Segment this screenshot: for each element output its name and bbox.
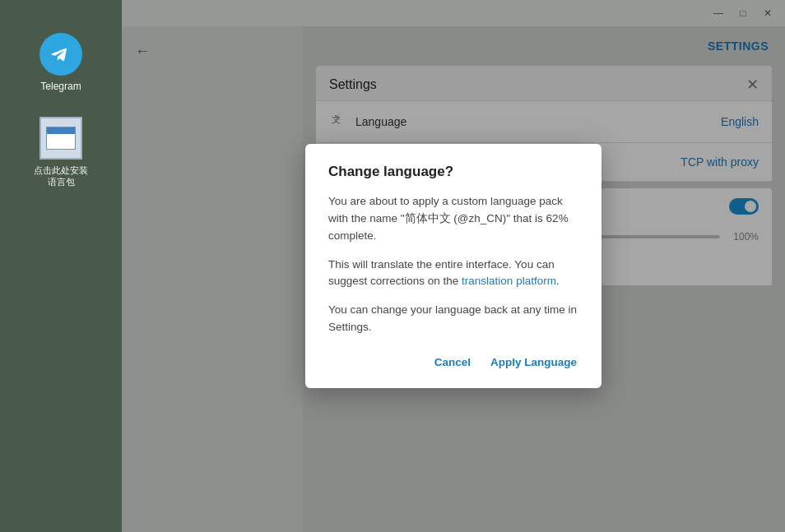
dialog-body-2-suffix: . bbox=[556, 275, 560, 287]
install-icon bbox=[39, 117, 82, 160]
dialog-body-3: You can change your language back at any… bbox=[328, 302, 578, 336]
sidebar: Telegram 点击此处安装 语言包 bbox=[0, 0, 122, 532]
dialog-body-1: You are about to apply a custom language… bbox=[328, 193, 578, 245]
install-icon-inner bbox=[46, 127, 76, 150]
sidebar-item-install[interactable]: 点击此处安装 语言包 bbox=[34, 117, 88, 188]
telegram-icon bbox=[39, 33, 82, 76]
telegram-label: Telegram bbox=[40, 81, 81, 92]
dialog-actions: Cancel Apply Language bbox=[328, 353, 578, 372]
install-label: 点击此处安装 语言包 bbox=[34, 164, 88, 188]
translation-platform-link[interactable]: translation platform bbox=[462, 275, 556, 287]
cancel-button[interactable]: Cancel bbox=[433, 353, 472, 372]
change-language-dialog: Change language? You are about to apply … bbox=[305, 144, 602, 388]
dialog-title: Change language? bbox=[328, 164, 578, 180]
desktop: Telegram 点击此处安装 语言包 — □ ✕ ← SETTINGS bbox=[0, 0, 785, 532]
modal-overlay: Change language? You are about to apply … bbox=[122, 0, 785, 532]
sidebar-item-telegram[interactable]: Telegram bbox=[39, 33, 82, 92]
apply-language-button[interactable]: Apply Language bbox=[489, 353, 578, 372]
main-window: — □ ✕ ← SETTINGS Settings ✕ bbox=[122, 0, 785, 532]
dialog-body-2: This will translate the entire interface… bbox=[328, 257, 578, 291]
dialog-body-1-text: You are about to apply a custom language… bbox=[328, 195, 569, 242]
